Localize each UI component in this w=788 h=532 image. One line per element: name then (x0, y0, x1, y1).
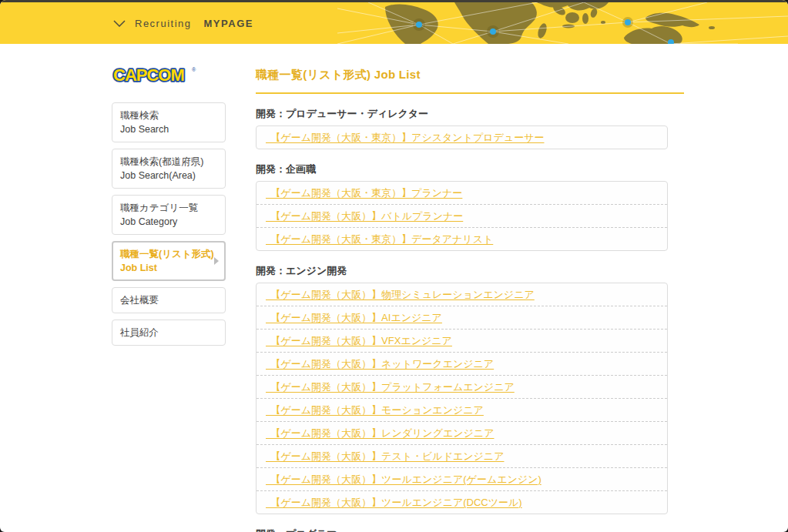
sidebar-item-1[interactable]: 職種検索(都道府県) Job Search(Area) (112, 149, 226, 189)
job-section: 開発：プロデューサー・ディレクター 【ゲーム開発（大阪・東京）】アシスタントプロ… (256, 108, 684, 149)
job-row: 【ゲーム開発（大阪）】物理シミュレーションエンジニア (257, 283, 667, 306)
job-link[interactable]: 【ゲーム開発（大阪）】モーションエンジニア (266, 404, 484, 416)
page: RecruitingMYPAGE CAPCOM ® 職種検索 Job Searc… (0, 0, 788, 532)
job-list-box: 【ゲーム開発（大阪・東京）】アシスタントプロデューサー (256, 125, 668, 149)
job-row: 【ゲーム開発（大阪）】VFXエンジニア (257, 329, 667, 352)
job-row: 【ゲーム開発（大阪・東京）】アシスタントプロデューサー (257, 126, 667, 149)
page-title: 職種一覧(リスト形式) Job List (256, 65, 684, 85)
job-row: 【ゲーム開発（大阪）】ツールエンジニア(ゲームエンジン) (257, 467, 667, 490)
job-section: 開発：企画職 【ゲーム開発（大阪・東京）】プランナー 【ゲーム開発（大阪）】バト… (256, 163, 684, 251)
job-section: 開発：プログラマー 【ゲーム開発（大阪・東京）】プログラマー 【ゲーム開発（大阪… (256, 528, 684, 532)
job-row: 【ゲーム開発（大阪・東京）】プランナー (257, 182, 667, 204)
job-row: 【ゲーム開発（大阪）】ツールエンジニア(DCCツール) (257, 490, 667, 514)
job-link[interactable]: 【ゲーム開発（大阪）】ツールエンジニア(ゲームエンジン) (266, 473, 542, 485)
job-link[interactable]: 【ゲーム開発（大阪）】VFXエンジニア (266, 335, 452, 346)
sidebar-item-jp: 社員紹介 (120, 326, 217, 340)
job-link[interactable]: 【ゲーム開発（大阪・東京）】アシスタントプロデューサー (266, 132, 544, 143)
sidebar-item-jp: 職種検索(都道府県) (120, 155, 217, 169)
job-link[interactable]: 【ゲーム開発（大阪）】ネットワークエンジニア (266, 358, 494, 370)
job-link[interactable]: 【ゲーム開発（大阪・東京）】プランナー (266, 187, 462, 199)
sidebar-item-5[interactable]: 社員紹介 (112, 320, 226, 346)
sidebar-item-2[interactable]: 職種カテゴリ一覧 Job Category (112, 195, 226, 235)
arrow-right-icon (214, 257, 219, 265)
job-section: 開発：エンジン開発 【ゲーム開発（大阪）】物理シミュレーションエンジニア 【ゲー… (256, 265, 684, 514)
job-row: 【ゲーム開発（大阪）】AIエンジニア (257, 306, 667, 329)
header: RecruitingMYPAGE (0, 0, 788, 44)
title-rule (256, 92, 684, 94)
sidebar-item-0[interactable]: 職種検索 Job Search (112, 102, 226, 142)
job-link[interactable]: 【ゲーム開発（大阪・東京）】データアナリスト (266, 233, 493, 245)
job-link[interactable]: 【ゲーム開発（大阪）】ツールエンジニア(DCCツール) (266, 497, 522, 508)
sidebar-item-en: Job Search(Area) (120, 169, 217, 182)
recruiting-mypage-menu[interactable]: RecruitingMYPAGE (113, 2, 253, 44)
job-row: 【ゲーム開発（大阪・東京）】データアナリスト (257, 227, 667, 250)
section-heading: 開発：プログラマー (256, 528, 684, 532)
job-row: 【ゲーム開発（大阪）】レンダリングエンジニア (257, 421, 667, 444)
capcom-logo[interactable]: CAPCOM ® (112, 65, 226, 85)
job-row: 【ゲーム開発（大阪）】プラットフォームエンジニア (257, 375, 667, 398)
brand-recruiting: Recruiting (135, 18, 192, 29)
sidebar-item-jp: 職種検索 (120, 109, 217, 122)
sidebar-item-en: Job Category (120, 215, 217, 229)
chevron-down-icon (113, 20, 126, 27)
world-map-graphic (337, 2, 788, 44)
job-link[interactable]: 【ゲーム開発（大阪）】プラットフォームエンジニア (266, 381, 515, 393)
job-link[interactable]: 【ゲーム開発（大阪）】レンダリングエンジニア (266, 427, 494, 439)
sidebar-item-jp: 会社概要 (120, 293, 217, 307)
job-link[interactable]: 【ゲーム開発（大阪）】AIエンジニア (266, 312, 442, 323)
job-link[interactable]: 【ゲーム開発（大阪）】バトルプランナー (266, 210, 463, 222)
section-heading: 開発：企画職 (256, 163, 684, 176)
job-row: 【ゲーム開発（大阪）】モーションエンジニア (257, 398, 667, 421)
job-sections: 開発：プロデューサー・ディレクター 【ゲーム開発（大阪・東京）】アシスタントプロ… (256, 108, 684, 532)
job-link[interactable]: 【ゲーム開発（大阪）】テスト・ビルドエンジニア (266, 450, 504, 462)
sidebar-item-en: Job Search (120, 122, 217, 136)
sidebar-item-4[interactable]: 会社概要 (112, 287, 226, 313)
sidebar-item-jp: 職種カテゴリ一覧 (120, 201, 217, 215)
job-list-box: 【ゲーム開発（大阪・東京）】プランナー 【ゲーム開発（大阪）】バトルプランナー … (256, 181, 668, 251)
capcom-logo-graphic: CAPCOM ® (112, 65, 208, 85)
svg-text:CAPCOM: CAPCOM (113, 65, 184, 85)
job-row: 【ゲーム開発（大阪）】テスト・ビルドエンジニア (257, 444, 667, 467)
job-list-box: 【ゲーム開発（大阪）】物理シミュレーションエンジニア 【ゲーム開発（大阪）】AI… (256, 283, 668, 514)
section-heading: 開発：エンジン開発 (256, 265, 684, 277)
job-link[interactable]: 【ゲーム開発（大阪）】物理シミュレーションエンジニア (266, 289, 535, 300)
sidebar-item-en: Job List (120, 261, 217, 275)
svg-text:®: ® (192, 67, 196, 72)
job-row: 【ゲーム開発（大阪）】ネットワークエンジニア (257, 352, 667, 375)
main: 職種一覧(リスト形式) Job List 開発：プロデューサー・ディレクター 【… (256, 65, 684, 532)
job-row: 【ゲーム開発（大阪）】バトルプランナー (257, 204, 667, 227)
sidebar: CAPCOM ® 職種検索 Job Search 職種検索(都道府県) Job … (112, 65, 226, 532)
sidebar-item-3[interactable]: 職種一覧(リスト形式) Job List (112, 241, 226, 281)
section-heading: 開発：プロデューサー・ディレクター (256, 108, 684, 120)
sidebar-item-jp: 職種一覧(リスト形式) (120, 247, 217, 261)
content: CAPCOM ® 職種検索 Job Search 職種検索(都道府県) Job … (0, 44, 788, 532)
brand-mypage: MYPAGE (204, 18, 253, 29)
sidebar-nav: 職種検索 Job Search 職種検索(都道府県) Job Search(Ar… (112, 102, 226, 346)
